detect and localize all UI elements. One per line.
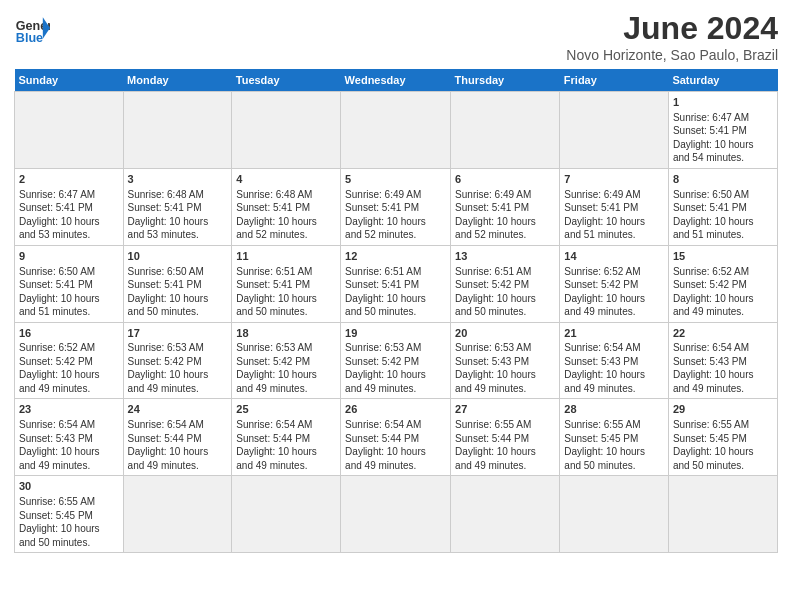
day-number: 22 [673, 326, 773, 341]
day-info: and 49 minutes. [455, 382, 555, 396]
calendar-cell: 7Sunrise: 6:49 AMSunset: 5:41 PMDaylight… [560, 168, 669, 245]
day-info: Daylight: 10 hours [455, 292, 555, 306]
day-info: Sunset: 5:42 PM [128, 355, 228, 369]
header: General Blue June 2024 Novo Horizonte, S… [14, 10, 778, 63]
day-number: 29 [673, 402, 773, 417]
day-info: Daylight: 10 hours [236, 215, 336, 229]
calendar-cell: 29Sunrise: 6:55 AMSunset: 5:45 PMDayligh… [668, 399, 777, 476]
day-info: Sunset: 5:45 PM [673, 432, 773, 446]
day-info: and 49 minutes. [564, 305, 664, 319]
day-info: Sunrise: 6:49 AM [345, 188, 446, 202]
day-info: and 49 minutes. [236, 382, 336, 396]
day-info: Sunrise: 6:52 AM [19, 341, 119, 355]
calendar-cell [123, 92, 232, 169]
day-info: Daylight: 10 hours [673, 368, 773, 382]
day-info: and 50 minutes. [236, 305, 336, 319]
calendar-cell: 27Sunrise: 6:55 AMSunset: 5:44 PMDayligh… [451, 399, 560, 476]
calendar-table: SundayMondayTuesdayWednesdayThursdayFrid… [14, 69, 778, 553]
calendar-cell [560, 92, 669, 169]
day-number: 13 [455, 249, 555, 264]
day-info: and 50 minutes. [19, 536, 119, 550]
day-info: Sunrise: 6:50 AM [673, 188, 773, 202]
day-info: Sunrise: 6:49 AM [455, 188, 555, 202]
day-info: Sunrise: 6:51 AM [236, 265, 336, 279]
day-info: Sunrise: 6:54 AM [345, 418, 446, 432]
day-info: Sunrise: 6:55 AM [455, 418, 555, 432]
day-info: Sunset: 5:44 PM [128, 432, 228, 446]
calendar-cell: 22Sunrise: 6:54 AMSunset: 5:43 PMDayligh… [668, 322, 777, 399]
week-row-2: 9Sunrise: 6:50 AMSunset: 5:41 PMDaylight… [15, 245, 778, 322]
day-info: Sunrise: 6:55 AM [564, 418, 664, 432]
day-info: Sunrise: 6:54 AM [128, 418, 228, 432]
day-info: Daylight: 10 hours [128, 445, 228, 459]
day-number: 11 [236, 249, 336, 264]
day-info: and 49 minutes. [345, 459, 446, 473]
day-info: Sunrise: 6:47 AM [19, 188, 119, 202]
day-info: Sunset: 5:42 PM [236, 355, 336, 369]
day-info: Sunset: 5:42 PM [19, 355, 119, 369]
day-info: Sunset: 5:41 PM [236, 278, 336, 292]
day-info: Sunrise: 6:53 AM [236, 341, 336, 355]
logo: General Blue [14, 10, 50, 46]
page: General Blue June 2024 Novo Horizonte, S… [0, 0, 792, 563]
calendar-cell: 10Sunrise: 6:50 AMSunset: 5:41 PMDayligh… [123, 245, 232, 322]
calendar-body: 1Sunrise: 6:47 AMSunset: 5:41 PMDaylight… [15, 92, 778, 553]
calendar-cell [232, 476, 341, 553]
calendar-cell: 28Sunrise: 6:55 AMSunset: 5:45 PMDayligh… [560, 399, 669, 476]
week-row-0: 1Sunrise: 6:47 AMSunset: 5:41 PMDaylight… [15, 92, 778, 169]
day-info: Daylight: 10 hours [564, 368, 664, 382]
day-info: Sunset: 5:41 PM [564, 201, 664, 215]
day-number: 5 [345, 172, 446, 187]
calendar-cell: 12Sunrise: 6:51 AMSunset: 5:41 PMDayligh… [341, 245, 451, 322]
calendar-cell: 17Sunrise: 6:53 AMSunset: 5:42 PMDayligh… [123, 322, 232, 399]
day-info: Daylight: 10 hours [236, 292, 336, 306]
day-info: Daylight: 10 hours [345, 368, 446, 382]
day-info: Sunset: 5:41 PM [128, 278, 228, 292]
day-info: Sunset: 5:42 PM [564, 278, 664, 292]
day-info: Daylight: 10 hours [19, 445, 119, 459]
calendar-cell: 11Sunrise: 6:51 AMSunset: 5:41 PMDayligh… [232, 245, 341, 322]
day-number: 30 [19, 479, 119, 494]
day-info: Sunset: 5:44 PM [236, 432, 336, 446]
calendar-cell [341, 476, 451, 553]
day-info: and 53 minutes. [128, 228, 228, 242]
day-info: Sunset: 5:41 PM [236, 201, 336, 215]
day-number: 16 [19, 326, 119, 341]
day-info: Sunrise: 6:54 AM [19, 418, 119, 432]
logo-icon: General Blue [14, 10, 50, 46]
calendar-cell [451, 476, 560, 553]
day-info: Sunset: 5:41 PM [345, 201, 446, 215]
day-info: Daylight: 10 hours [455, 368, 555, 382]
day-number: 2 [19, 172, 119, 187]
day-info: and 49 minutes. [345, 382, 446, 396]
day-info: and 51 minutes. [673, 228, 773, 242]
day-number: 8 [673, 172, 773, 187]
day-of-week-tuesday: Tuesday [232, 69, 341, 92]
calendar-cell [15, 92, 124, 169]
day-info: Sunset: 5:41 PM [673, 201, 773, 215]
day-number: 21 [564, 326, 664, 341]
day-info: Sunset: 5:41 PM [19, 201, 119, 215]
day-info: Sunset: 5:44 PM [455, 432, 555, 446]
day-info: and 49 minutes. [564, 382, 664, 396]
day-info: and 50 minutes. [564, 459, 664, 473]
day-info: and 49 minutes. [19, 382, 119, 396]
day-info: and 49 minutes. [19, 459, 119, 473]
day-info: Daylight: 10 hours [455, 445, 555, 459]
calendar-cell: 15Sunrise: 6:52 AMSunset: 5:42 PMDayligh… [668, 245, 777, 322]
day-info: Daylight: 10 hours [564, 445, 664, 459]
day-number: 1 [673, 95, 773, 110]
day-info: Daylight: 10 hours [673, 292, 773, 306]
day-info: Sunset: 5:42 PM [455, 278, 555, 292]
svg-text:Blue: Blue [16, 31, 43, 45]
day-number: 23 [19, 402, 119, 417]
day-info: Daylight: 10 hours [673, 445, 773, 459]
calendar-cell: 30Sunrise: 6:55 AMSunset: 5:45 PMDayligh… [15, 476, 124, 553]
day-info: Sunrise: 6:48 AM [236, 188, 336, 202]
month-title: June 2024 [566, 10, 778, 47]
day-number: 17 [128, 326, 228, 341]
day-info: Sunset: 5:41 PM [19, 278, 119, 292]
day-info: and 49 minutes. [128, 459, 228, 473]
day-info: and 54 minutes. [673, 151, 773, 165]
day-info: and 49 minutes. [236, 459, 336, 473]
